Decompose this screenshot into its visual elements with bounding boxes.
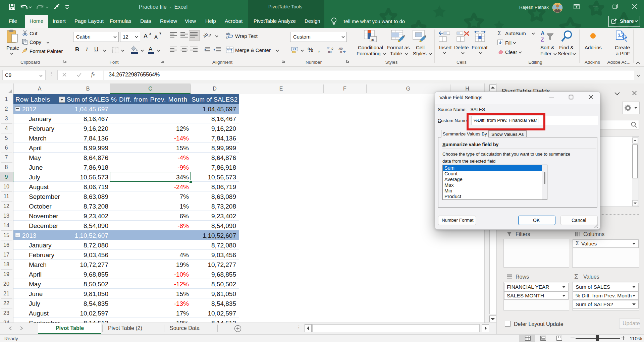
svg-text:A: A — [541, 31, 545, 36]
svg-text:Z: Z — [541, 37, 544, 43]
svg-text:c: c — [226, 36, 228, 39]
svg-text:ab: ab — [203, 32, 209, 39]
svg-text:≠: ≠ — [371, 37, 374, 42]
svg-text:.0: .0 — [331, 47, 333, 50]
svg-text:.00: .00 — [327, 50, 332, 53]
svg-text:.00: .00 — [338, 47, 343, 50]
svg-text:.0: .0 — [339, 50, 342, 53]
